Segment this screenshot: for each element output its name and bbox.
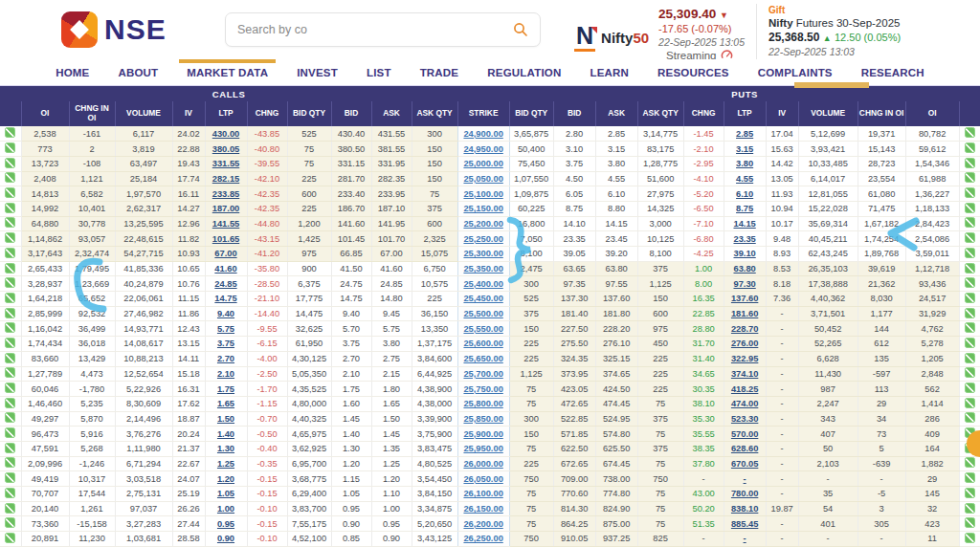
strike-link[interactable]: 25,300.00 [463,249,502,258]
puts-ltp-link[interactable]: 523.30 [731,414,758,424]
nav-item-resources[interactable]: RESOURCES [657,59,729,85]
calls-ltp-link[interactable]: 430.00 [212,129,239,139]
chart-icon[interactable] [5,338,15,348]
chart-icon[interactable] [965,517,975,528]
calls-ltp-link[interactable]: 24.85 [214,279,236,289]
strike-link[interactable]: 25,750.00 [463,384,502,394]
chart-icon[interactable] [5,217,15,228]
calls-ltp-link[interactable]: 3.75 [217,339,234,348]
calls-ltp-link[interactable]: 1.05 [217,489,234,498]
chart-icon[interactable] [5,472,15,483]
chart-icon[interactable] [965,277,975,288]
calls-ltp-link[interactable]: 14.75 [214,294,236,303]
puts-ltp-link[interactable]: 2.85 [736,129,753,139]
chart-icon[interactable] [5,127,15,138]
chart-icon[interactable] [5,142,15,153]
calls-ltp-link[interactable]: 331.55 [212,159,239,168]
strike-link[interactable]: 25,850.00 [463,414,502,424]
nav-item-learn[interactable]: LEARN [590,59,629,85]
strike-link[interactable]: 25,600.00 [463,339,502,348]
chart-icon[interactable] [965,472,975,483]
chart-icon[interactable] [965,412,975,423]
chart-icon[interactable] [965,488,975,498]
puts-ltp-link[interactable]: 4.55 [736,174,753,184]
strike-link[interactable]: 25,400.00 [463,279,502,289]
calls-ltp-link[interactable]: 282.15 [212,174,239,184]
chart-icon[interactable] [965,127,975,138]
puts-ltp-link[interactable]: - [744,534,746,543]
strike-link[interactable]: 26,100.00 [463,489,502,498]
nav-item-list[interactable]: LIST [367,59,391,85]
puts-ltp-link[interactable]: - [744,474,746,484]
strike-link[interactable]: 25,700.00 [463,369,502,379]
nav-item-regulation[interactable]: REGULATION [487,59,561,85]
calls-ltp-link[interactable]: 0.90 [217,534,234,543]
chart-icon[interactable] [5,277,15,288]
calls-ltp-link[interactable]: 9.40 [217,309,234,318]
chart-icon[interactable] [965,187,975,198]
chart-icon[interactable] [5,232,15,243]
nav-item-complaints[interactable]: COMPLAINTS [758,59,833,85]
nav-item-trade[interactable]: TRADE [420,59,459,85]
puts-ltp-link[interactable]: 628.60 [731,444,758,453]
chart-icon[interactable] [5,443,15,453]
nse-logo[interactable]: NSE [61,11,167,48]
puts-ltp-link[interactable]: 97.30 [733,279,755,289]
calls-ltp-link[interactable]: 1.65 [217,399,234,408]
strike-link[interactable]: 25,550.00 [463,324,502,334]
chart-icon[interactable] [5,158,15,168]
chart-icon[interactable] [965,203,975,213]
puts-ltp-link[interactable]: 3.80 [736,159,753,168]
strike-link[interactable]: 26,050.00 [463,474,502,484]
chart-icon[interactable] [5,488,15,498]
strike-link[interactable]: 25,100.00 [463,189,502,199]
strike-link[interactable]: 26,150.00 [463,504,502,514]
calls-ltp-link[interactable]: 2.10 [217,369,234,379]
calls-ltp-link[interactable]: 1.25 [217,459,234,469]
strike-link[interactable]: 25,150.00 [463,204,502,213]
strike-link[interactable]: 25,500.00 [463,309,502,318]
chart-icon[interactable] [5,503,15,514]
puts-ltp-link[interactable]: 137.60 [731,294,758,303]
strike-link[interactable]: 25,950.00 [463,444,502,453]
nav-item-market-data[interactable]: MARKET DATA [187,59,268,85]
calls-ltp-link[interactable]: 101.65 [212,234,239,244]
chart-icon[interactable] [965,457,975,468]
chart-icon[interactable] [5,308,15,318]
calls-ltp-link[interactable]: 5.75 [217,324,234,334]
chart-icon[interactable] [965,322,975,333]
chart-icon[interactable] [965,248,975,258]
calls-ltp-link[interactable]: 41.60 [214,264,236,274]
chart-icon[interactable] [5,187,15,198]
puts-ltp-link[interactable]: 181.60 [731,309,758,318]
strike-link[interactable]: 26,250.00 [463,534,502,543]
calls-ltp-link[interactable]: 380.05 [212,144,239,154]
chart-icon[interactable] [5,248,15,258]
calls-ltp-link[interactable]: 1.00 [217,504,234,514]
puts-ltp-link[interactable]: 8.75 [736,204,753,213]
calls-ltp-link[interactable]: 2.70 [217,354,234,363]
search-box[interactable] [225,12,541,47]
chart-icon[interactable] [965,142,975,153]
chart-icon[interactable] [5,293,15,303]
calls-ltp-link[interactable]: 0.95 [217,519,234,529]
chart-icon[interactable] [965,293,975,303]
puts-ltp-link[interactable]: 570.00 [731,429,758,439]
strike-link[interactable]: 25,450.00 [463,294,502,303]
chart-icon[interactable] [5,203,15,213]
chart-icon[interactable] [5,322,15,333]
strike-link[interactable]: 25,250.00 [463,234,502,244]
search-icon[interactable] [513,22,528,37]
nav-item-about[interactable]: ABOUT [118,59,158,85]
chart-icon[interactable] [965,353,975,363]
chart-icon[interactable] [965,338,975,348]
calls-ltp-link[interactable]: 1.30 [217,444,234,453]
calls-ltp-link[interactable]: 141.55 [212,219,239,229]
puts-ltp-link[interactable]: 276.00 [731,339,758,348]
chart-icon[interactable] [965,232,975,243]
puts-ltp-link[interactable]: 228.70 [731,324,758,334]
strike-link[interactable]: 26,200.00 [463,519,502,529]
puts-ltp-link[interactable]: 63.80 [733,264,755,274]
calls-ltp-link[interactable]: 1.50 [217,414,234,424]
strike-link[interactable]: 25,200.00 [463,219,502,229]
